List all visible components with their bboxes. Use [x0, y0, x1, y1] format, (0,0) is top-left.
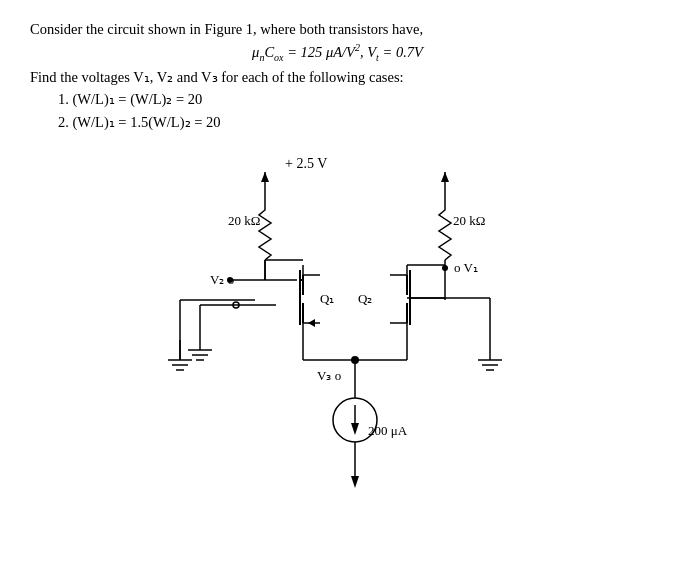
v2-label: V₂ o: [210, 272, 234, 287]
current-label: 200 μA: [368, 423, 408, 438]
q2-label: Q₂: [358, 291, 372, 306]
r2-label: 20 kΩ: [453, 213, 485, 228]
svg-marker-46: [351, 423, 359, 435]
problem-text: Consider the circuit shown in Figure 1, …: [30, 18, 645, 133]
line2: μnCox = 125 μA/V2, Vt = 0.7V: [30, 40, 645, 65]
mu-n: μnCox = 125 μA/V2, Vt = 0.7V: [252, 44, 423, 60]
svg-marker-49: [351, 476, 359, 488]
case2: 2. (W/L)₁ = 1.5(W/L)₂ = 20: [58, 111, 645, 133]
r1-label: 20 kΩ: [228, 213, 260, 228]
svg-marker-1: [261, 172, 269, 182]
svg-marker-3: [441, 172, 449, 182]
line1: Consider the circuit shown in Figure 1, …: [30, 18, 645, 40]
case1: 1. (W/L)₁ = (W/L)₂ = 20: [58, 88, 645, 110]
v3-label: V₃ o: [317, 368, 341, 383]
svg-marker-20: [308, 319, 315, 327]
line3: Find the voltages V₁, V₂ and V₃ for each…: [30, 66, 645, 88]
circuit-diagram: + 2.5 V 20 kΩ 20 kΩ o V₁ V₂ o: [80, 150, 590, 540]
vdd-label: + 2.5 V: [285, 156, 327, 171]
v1-label: o V₁: [454, 260, 478, 275]
q1-label: Q₁: [320, 291, 334, 306]
page: Consider the circuit shown in Figure 1, …: [0, 0, 675, 563]
